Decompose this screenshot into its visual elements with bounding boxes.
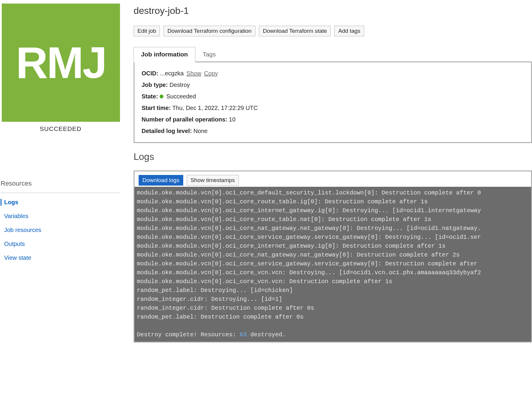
info-log-level-value: None <box>192 128 207 134</box>
info-parallel-value: 10 <box>227 116 236 123</box>
info-log-level: Detailed log level: None <box>142 128 524 134</box>
edit-job-button[interactable]: Edit job <box>134 26 160 36</box>
info-start-time: Start time: Thu, Dec 1, 2022, 17:22:29 U… <box>142 105 524 111</box>
download-logs-button[interactable]: Download logs <box>139 175 183 186</box>
job-tile-initials: RMJ <box>16 37 106 88</box>
info-log-level-label: Detailed log level: <box>142 128 192 134</box>
info-state-value: Succeeded <box>165 93 196 100</box>
nav-variables[interactable]: Variables <box>1 213 121 220</box>
nav-view-state[interactable]: View state <box>1 254 121 261</box>
info-state-label: State: <box>142 93 158 100</box>
resources-nav: Logs Variables Job resources Outputs Vie… <box>1 199 121 261</box>
info-ocid: OCID: ...ecgzka Show Copy <box>142 70 524 77</box>
tab-bar: Job information Tags <box>134 47 532 62</box>
info-ocid-label: OCID: <box>142 70 158 77</box>
log-box: Download logs Show timestamps module.oke… <box>134 171 532 343</box>
job-tile-status: SUCCEEDED <box>0 125 121 132</box>
tab-job-information[interactable]: Job information <box>134 47 195 62</box>
nav-logs[interactable]: Logs <box>1 199 121 206</box>
info-parallel: Number of parallel operations: 10 <box>142 116 524 123</box>
tab-tags[interactable]: Tags <box>195 47 223 61</box>
state-dot-icon <box>160 95 163 98</box>
resources-section: Resources Logs Variables Job resources O… <box>0 180 121 261</box>
log-toolbar: Download logs Show timestamps <box>134 171 531 187</box>
nav-job-resources[interactable]: Job resources <box>1 227 121 233</box>
info-job-type-label: Job type: <box>142 82 168 88</box>
ocid-copy-link[interactable]: Copy <box>204 70 218 77</box>
main-column: destroy-job-1 Edit job Download Terrafor… <box>121 0 532 396</box>
info-parallel-label: Number of parallel operations: <box>142 116 227 123</box>
download-state-button[interactable]: Download Terraform state <box>259 26 331 36</box>
info-job-type-value: Destroy <box>168 82 190 88</box>
left-column: RMJ SUCCEEDED Resources Logs Variables J… <box>0 0 121 396</box>
info-start-time-label: Start time: <box>142 105 171 111</box>
info-state: State: Succeeded <box>142 93 524 100</box>
log-output[interactable]: module.oke.module.vcn[0].oci_core_defaul… <box>134 187 531 342</box>
info-start-time-value: Thu, Dec 1, 2022, 17:22:29 UTC <box>171 105 258 111</box>
page-title: destroy-job-1 <box>134 5 532 16</box>
download-config-button[interactable]: Download Terraform configuration <box>163 26 255 36</box>
job-info-panel: OCID: ...ecgzka Show Copy Job type: Dest… <box>134 62 532 143</box>
resources-heading: Resources <box>1 180 121 193</box>
action-row: Edit job Download Terraform configuratio… <box>134 26 532 36</box>
info-job-type: Job type: Destroy <box>142 82 524 88</box>
show-timestamps-button[interactable]: Show timestamps <box>187 175 239 186</box>
logs-heading: Logs <box>134 151 532 162</box>
nav-outputs[interactable]: Outputs <box>1 241 121 247</box>
job-tile: RMJ <box>2 4 120 122</box>
ocid-show-link[interactable]: Show <box>186 70 201 77</box>
add-tags-button[interactable]: Add tags <box>334 26 364 36</box>
info-ocid-value: ...ecgzka <box>158 70 184 77</box>
